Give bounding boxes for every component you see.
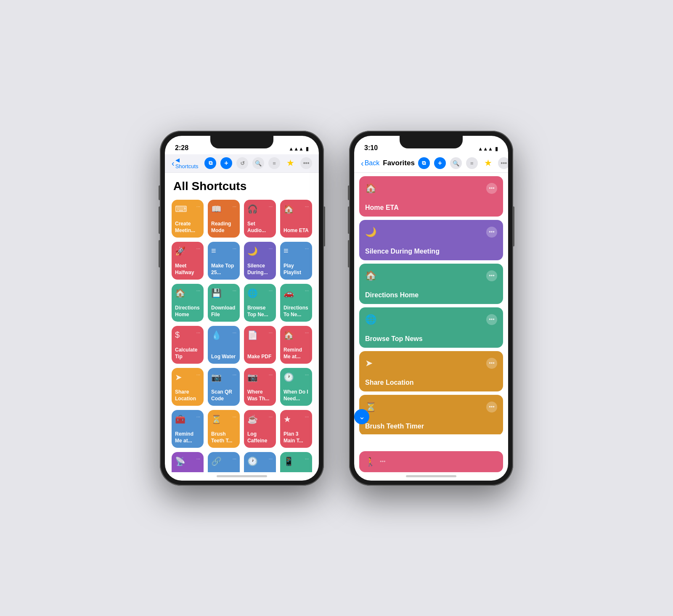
tile-more-button[interactable]: ··· xyxy=(196,456,200,461)
shortcut-tile[interactable]: ≡ ··· Play Playlist xyxy=(280,242,312,280)
fav-more-button[interactable]: ••• xyxy=(486,358,497,369)
fav-more-button[interactable]: ••• xyxy=(486,227,497,238)
favorite-item[interactable]: 🏠 ••• Home ETA xyxy=(359,176,503,217)
favorite-item[interactable]: 🏠 ••• Directions Home xyxy=(359,264,503,304)
shortcut-tile[interactable]: 🌐 ··· Browse Top Ne... xyxy=(244,284,276,322)
tile-icon: 📷 xyxy=(247,372,258,382)
favorite-item[interactable]: ⏳ ••• Brush Teeth Timer xyxy=(359,395,503,434)
fav-more-button[interactable]: ••• xyxy=(486,402,497,412)
shortcut-tile[interactable]: 🚗 ··· Directions To Ne... xyxy=(280,284,312,322)
favorite-item[interactable]: 🌐 ••• Browse Top News xyxy=(359,307,503,348)
fav-more-button[interactable]: ••• xyxy=(486,270,497,281)
tile-more-button[interactable]: ··· xyxy=(196,288,200,293)
shortcut-tile[interactable]: 🕐 ··· Tea Timer xyxy=(244,452,276,472)
shortcut-tile[interactable]: 🕐 ··· When Do I Need... xyxy=(280,368,312,406)
shortcut-tile[interactable]: 🏠 ··· Home ETA xyxy=(280,200,312,238)
back-chevron-icon: ‹ xyxy=(172,159,175,168)
more-button-2[interactable]: ••• xyxy=(498,157,508,169)
shortcut-tile[interactable]: 📷 ··· Scan QR Code xyxy=(208,368,240,406)
tile-icon: 📄 xyxy=(247,330,258,340)
filter-button-1[interactable]: ≡ xyxy=(268,157,280,169)
tile-more-button[interactable]: ··· xyxy=(269,330,273,335)
shortcut-tile[interactable]: ≡ ··· Make Top 25... xyxy=(208,242,240,280)
star-button-2[interactable]: ★ xyxy=(482,157,494,169)
tile-more-button[interactable]: ··· xyxy=(233,246,236,251)
tile-icon: 🚗 xyxy=(284,288,294,298)
layers-button[interactable]: ⧉ xyxy=(204,157,216,169)
filter-button-2[interactable]: ≡ xyxy=(466,157,478,169)
tile-more-button[interactable]: ··· xyxy=(269,204,273,209)
tile-more-button[interactable]: ··· xyxy=(233,330,236,335)
add-button-1[interactable]: + xyxy=(220,157,232,169)
shortcut-tile[interactable]: 🌙 ··· Silence During... xyxy=(244,242,276,280)
tile-more-button[interactable]: ··· xyxy=(305,330,309,335)
search-button-2[interactable]: 🔍 xyxy=(450,157,462,169)
tile-more-button[interactable]: ··· xyxy=(305,204,309,209)
star-button-1[interactable]: ★ xyxy=(284,157,296,169)
favorite-item[interactable]: 🌙 ••• Silence During Meeting xyxy=(359,220,503,260)
tile-more-button[interactable]: ··· xyxy=(305,246,309,251)
tile-more-button[interactable]: ··· xyxy=(196,372,200,377)
tile-more-button[interactable]: ··· xyxy=(196,330,200,335)
tile-more-button[interactable]: ··· xyxy=(269,246,273,251)
shortcut-tile[interactable]: ★ ··· Plan 3 Main T... xyxy=(280,410,312,448)
tile-more-button[interactable]: ··· xyxy=(233,456,236,461)
tile-more-button[interactable]: ··· xyxy=(269,288,273,293)
shortcut-tile[interactable]: 📷 ··· Where Was Th... xyxy=(244,368,276,406)
shortcut-tile[interactable]: 📱 ··· Open App on... xyxy=(280,452,312,472)
layers-button-2[interactable]: ⧉ xyxy=(418,157,430,169)
scroll-down-button[interactable]: ⌄ xyxy=(354,409,369,424)
tile-more-button[interactable]: ··· xyxy=(305,372,309,377)
tile-more-button[interactable]: ··· xyxy=(233,372,236,377)
tile-more-button[interactable]: ··· xyxy=(269,372,273,377)
tile-more-button[interactable]: ··· xyxy=(233,414,236,419)
tile-more-button[interactable]: ··· xyxy=(269,414,273,419)
shortcut-tile[interactable]: 🔗 ··· Browse Favorit... xyxy=(208,452,240,472)
tile-more-button[interactable]: ··· xyxy=(305,288,309,293)
fav-label: Home ETA xyxy=(365,204,497,212)
shortcut-tile[interactable]: 🏠 ··· Directions Home xyxy=(172,284,204,322)
tile-more-button[interactable]: ··· xyxy=(305,456,309,461)
tile-more-button[interactable]: ··· xyxy=(269,456,273,461)
search-button-1[interactable]: 🔍 xyxy=(252,157,264,169)
tile-label: Log Caffeine xyxy=(247,431,273,444)
shortcut-tile[interactable]: ⌨ ··· Create Meetin... xyxy=(172,200,204,238)
fav-more-button[interactable]: ••• xyxy=(486,314,497,325)
fav-more-button[interactable]: ••• xyxy=(486,183,497,194)
shortcut-tile[interactable]: 🏠 ··· Remind Me at... xyxy=(280,326,312,364)
tile-more-button[interactable]: ··· xyxy=(196,246,200,251)
tile-label: Plan 3 Main T... xyxy=(284,431,309,444)
back-label-2[interactable]: Back xyxy=(365,159,380,167)
shortcut-tile[interactable]: 🎧 ··· Set Audio... xyxy=(244,200,276,238)
refresh-button[interactable]: ↺ xyxy=(236,157,248,169)
shortcut-tile[interactable]: 📄 ··· Make PDF xyxy=(244,326,276,364)
favorite-item[interactable]: ➤ ••• Share Location xyxy=(359,351,503,391)
tile-more-button[interactable]: ··· xyxy=(233,204,236,209)
shortcut-tile[interactable]: 💧 ··· Log Water xyxy=(208,326,240,364)
tile-more-button[interactable]: ··· xyxy=(233,288,236,293)
add-button-2[interactable]: + xyxy=(434,157,446,169)
back-button-1[interactable]: ‹ ◀ Shortcuts xyxy=(172,157,201,169)
more-button-1[interactable]: ••• xyxy=(300,157,312,169)
tile-more-button[interactable]: ··· xyxy=(305,414,309,419)
shortcut-tile[interactable]: 💾 ··· Download File xyxy=(208,284,240,322)
shortcut-tile[interactable]: 📖 ··· Reading Mode xyxy=(208,200,240,238)
peek-item[interactable]: 🚶 ••• xyxy=(359,451,503,472)
shortcut-tile[interactable]: ⏳ ··· Brush Teeth T... xyxy=(208,410,240,448)
tile-icon: 🏠 xyxy=(284,204,294,214)
fav-icon: 🏠 xyxy=(365,183,376,194)
shortcut-tile[interactable]: 📡 ··· Top Stories... xyxy=(172,452,204,472)
shortcuts-content: All Shortcuts ⌨ ··· Create Meetin... 📖 ·… xyxy=(165,173,319,472)
shortcut-tile[interactable]: 🧰 ··· Remind Me at... xyxy=(172,410,204,448)
tile-icon: 🔗 xyxy=(211,456,222,466)
shortcut-tile[interactable]: ☕ ··· Log Caffeine xyxy=(244,410,276,448)
back-button-2[interactable]: ‹ Back xyxy=(361,159,379,168)
tile-more-button[interactable]: ··· xyxy=(196,204,200,209)
back-label-1[interactable]: ◀ Shortcuts xyxy=(175,157,201,169)
tile-more-button[interactable]: ··· xyxy=(196,414,200,419)
shortcut-tile[interactable]: 🚀 ··· Meet Halfway xyxy=(172,242,204,280)
tile-label: Download File xyxy=(211,305,236,318)
shortcut-tile[interactable]: ➤ ··· Share Location xyxy=(172,368,204,406)
shortcut-tile[interactable]: $ ··· Calculate Tip xyxy=(172,326,204,364)
tile-icon: ⏳ xyxy=(211,414,222,424)
